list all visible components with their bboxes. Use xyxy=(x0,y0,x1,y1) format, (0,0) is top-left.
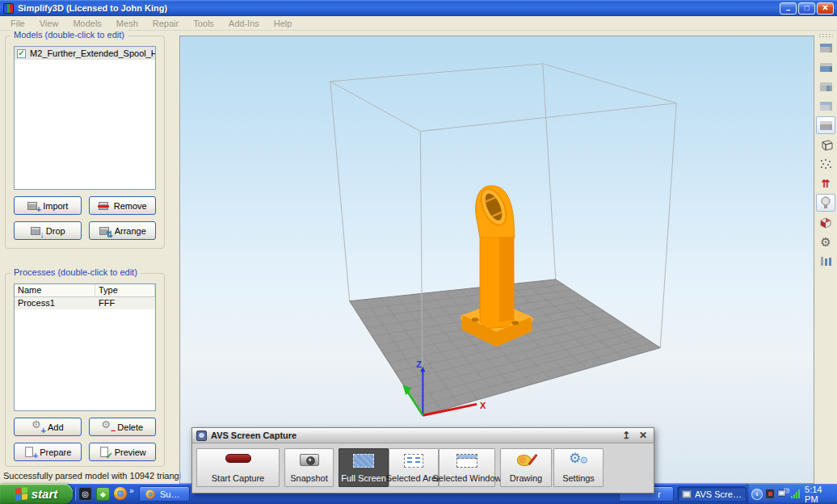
selected-window-button[interactable]: Selected Window xyxy=(439,448,495,487)
menu-help[interactable]: Help xyxy=(267,19,300,28)
firefox-icon xyxy=(145,489,154,498)
full-screen-button[interactable]: Full Screen xyxy=(339,448,389,487)
column-header-name: Name xyxy=(15,284,95,296)
selected-area-button[interactable]: Selected Area xyxy=(389,448,439,487)
cross-section-icon[interactable] xyxy=(816,213,835,231)
processes-table[interactable]: Name Type Process1 FFF xyxy=(14,284,156,411)
full-screen-icon xyxy=(353,454,374,468)
left-sidebar: Models (double-click to edit) ✓ M2_Furth… xyxy=(0,31,179,484)
lighting-bulb-icon[interactable] xyxy=(816,194,835,212)
window-titlebar: Simplify3D (Licensed to John King) – □ ✕ xyxy=(0,0,837,16)
minimize-button[interactable]: – xyxy=(780,2,797,15)
selected-area-icon xyxy=(404,454,423,468)
avs-dialog-title: AVS Screen Capture xyxy=(211,430,616,440)
render-points-icon[interactable] xyxy=(816,155,835,173)
menu-repair[interactable]: Repair xyxy=(145,19,186,28)
desktop-screen: Simplify3D (Licensed to John King) – □ ✕… xyxy=(0,0,837,504)
view-top-cube-icon[interactable] xyxy=(816,97,835,115)
column-header-type: Type xyxy=(95,284,155,296)
viewport-canvas: Z X xyxy=(180,36,814,483)
model-list-item[interactable]: ✓ M2_Further_Extended_Spool_Holder xyxy=(15,47,155,60)
avs-window-icon xyxy=(682,490,692,498)
menu-view[interactable]: View xyxy=(32,19,66,28)
menu-file[interactable]: File xyxy=(3,19,32,28)
axis-label-z: Z xyxy=(416,360,422,370)
quick-launch-firefox-icon[interactable] xyxy=(114,487,127,500)
render-solid-icon[interactable] xyxy=(816,116,835,134)
settings-button[interactable]: ⚙⚙ Settings xyxy=(553,448,604,487)
start-button[interactable]: start xyxy=(0,484,73,504)
tray-signal-icon[interactable] xyxy=(791,489,800,498)
view-front-cube-icon[interactable] xyxy=(816,58,835,76)
view-side-cube-icon[interactable] xyxy=(816,78,835,95)
menu-addins[interactable]: Add-Ins xyxy=(221,19,267,28)
prepare-document-icon: + xyxy=(23,447,36,458)
arrange-button[interactable]: ⇅ Arrange xyxy=(89,221,157,240)
model-name: M2_Further_Extended_Spool_Holder xyxy=(30,48,156,58)
status-message: Successfully parsed model with 10942 tri… xyxy=(3,471,191,481)
quick-launch-media-icon[interactable]: ◎ xyxy=(78,487,92,501)
table-row[interactable]: Process1 FFF xyxy=(15,297,155,309)
axis-label-x: X xyxy=(480,401,486,410)
menu-mesh[interactable]: Mesh xyxy=(109,19,145,28)
processes-groupbox-title: Processes (double-click to edit) xyxy=(11,267,141,277)
menu-bar: File View Models Mesh Repair Tools Add-I… xyxy=(0,16,837,31)
remove-button[interactable]: Remove xyxy=(89,196,157,215)
settings-gear-icon[interactable]: ⚙ xyxy=(816,233,835,250)
simplify3d-app-icon xyxy=(3,3,14,14)
close-button[interactable]: ✕ xyxy=(817,2,834,15)
model-checkbox[interactable]: ✓ xyxy=(17,49,26,58)
render-wireframe-icon[interactable] xyxy=(816,136,835,153)
start-capture-button[interactable]: Start Capture xyxy=(196,448,280,487)
tray-collapse-chevron[interactable]: ‹ xyxy=(751,489,763,500)
tray-display-icon[interactable]: ))) xyxy=(777,489,789,499)
delete-process-button[interactable]: ⚙− Delete xyxy=(89,418,157,436)
system-tray: ‹ ))) 5:14 PM xyxy=(747,484,837,504)
camera-icon xyxy=(300,454,319,466)
viewport-3d[interactable]: Z X xyxy=(179,36,814,484)
show-supports-icon[interactable]: ⇈ xyxy=(816,174,835,192)
task-avs-screen[interactable]: AVS Screen ... xyxy=(677,486,747,502)
tray-avs-capture-icon[interactable] xyxy=(765,489,776,499)
models-list[interactable]: ✓ M2_Further_Extended_Spool_Holder xyxy=(14,46,156,190)
taskbar-divider xyxy=(74,487,76,501)
menu-tools[interactable]: Tools xyxy=(186,19,221,28)
models-groupbox-title: Models (double-click to edit) xyxy=(11,30,128,40)
avs-dialog-icon xyxy=(196,430,207,441)
preview-button[interactable]: ✓ Preview xyxy=(89,443,157,461)
selected-window-icon xyxy=(456,454,477,468)
toolbar-grip-icon xyxy=(818,33,833,37)
models-groupbox: Models (double-click to edit) ✓ M2_Furth… xyxy=(5,36,165,249)
import-cube-icon: + xyxy=(27,200,39,212)
quick-launch-overflow-chevron[interactable]: » xyxy=(129,486,134,495)
quick-launch-avs-icon[interactable]: ◆ xyxy=(96,487,110,501)
avs-dialog-titlebar[interactable]: AVS Screen Capture ↥ ✕ xyxy=(192,428,654,443)
drop-button[interactable]: ↓ Drop xyxy=(14,221,82,240)
process-type-cell: FFF xyxy=(95,297,155,309)
windows-flag-icon xyxy=(15,487,27,501)
maximize-button[interactable]: □ xyxy=(798,2,815,15)
remove-cube-icon xyxy=(98,200,110,212)
drawing-button[interactable]: Drawing xyxy=(500,448,552,487)
avs-minimize-to-tray-icon[interactable]: ↥ xyxy=(620,430,633,440)
processes-groupbox: Processes (double-click to edit) Name Ty… xyxy=(5,273,165,467)
view-default-cube-icon[interactable] xyxy=(816,39,835,57)
snapshot-button[interactable]: Snapshot xyxy=(284,448,334,487)
tray-clock[interactable]: 5:14 PM xyxy=(805,485,837,504)
machine-control-icon[interactable] xyxy=(816,252,835,270)
add-process-button[interactable]: ⚙+ Add xyxy=(14,418,82,436)
view-toolbar: ⇈ ⚙ xyxy=(814,31,837,484)
menu-models[interactable]: Models xyxy=(65,19,108,28)
task-summary[interactable]: Summary - ... xyxy=(139,486,190,502)
add-gears-icon: ⚙+ xyxy=(32,422,44,433)
avs-dialog-body: Start Capture Snapshot Full Screen Selec… xyxy=(192,443,654,494)
import-button[interactable]: + Import xyxy=(14,196,82,215)
delete-gears-icon: ⚙− xyxy=(101,422,113,433)
gears-icon: ⚙⚙ xyxy=(569,454,588,468)
arrange-cubes-icon: ⇅ xyxy=(99,225,111,237)
avs-close-icon[interactable]: ✕ xyxy=(637,430,650,440)
prepare-button[interactable]: + Prepare xyxy=(14,443,82,461)
record-pill-icon xyxy=(225,454,251,463)
drop-cube-icon: ↓ xyxy=(30,225,42,237)
preview-document-icon: ✓ xyxy=(99,447,111,458)
